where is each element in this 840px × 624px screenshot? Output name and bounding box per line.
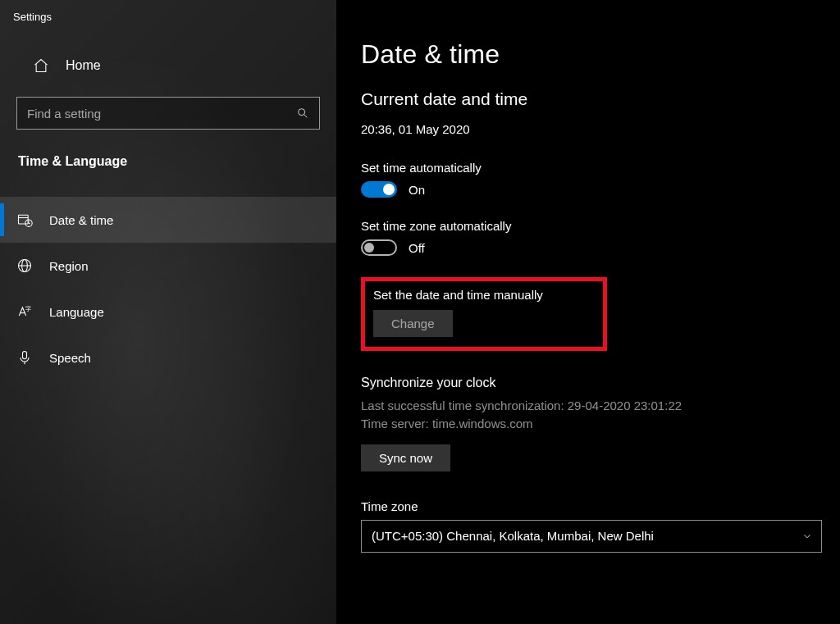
home-button[interactable]: Home: [0, 46, 336, 85]
svg-point-0: [299, 109, 305, 116]
sync-now-button[interactable]: Sync now: [361, 444, 450, 471]
nav-label: Region: [49, 259, 89, 273]
auto-time-toggle[interactable]: [361, 181, 397, 198]
nav-label: Date & time: [49, 213, 113, 227]
nav-item-date-time[interactable]: Date & time: [0, 197, 336, 243]
time-server-text: Time server: time.windows.com: [361, 415, 817, 433]
svg-rect-10: [23, 352, 27, 359]
chevron-down-icon: [801, 531, 813, 542]
home-label: Home: [66, 58, 101, 73]
search-icon: [296, 107, 309, 120]
home-icon: [33, 57, 49, 74]
language-icon: 字: [16, 303, 33, 320]
timezone-label: Time zone: [361, 499, 817, 513]
page-title: Date & time: [361, 39, 817, 70]
calendar-clock-icon: [16, 212, 33, 228]
search-input[interactable]: [16, 97, 320, 130]
globe-icon: [16, 257, 33, 274]
manual-label: Set the date and time manually: [373, 288, 595, 302]
auto-tz-toggle[interactable]: [361, 239, 397, 256]
search-field[interactable]: [27, 107, 296, 121]
auto-tz-state: Off: [409, 241, 425, 255]
last-sync-text: Last successful time synchronization: 29…: [361, 397, 817, 415]
svg-text:字: 字: [25, 306, 31, 312]
current-datetime: 20:36, 01 May 2020: [361, 122, 817, 136]
auto-time-label: Set time automatically: [361, 161, 817, 175]
microphone-icon: [16, 349, 33, 366]
svg-line-1: [304, 115, 308, 118]
nav: Date & time Region 字 Language Speech: [0, 197, 336, 380]
manual-datetime-highlight: Set the date and time manually Change: [361, 277, 607, 351]
content: Date & time Current date and time 20:36,…: [336, 0, 840, 624]
sidebar: Settings Home Time & Language Date & tim…: [0, 0, 336, 624]
nav-item-language[interactable]: 字 Language: [0, 289, 336, 335]
sync-heading: Synchronize your clock: [361, 376, 817, 390]
section-header: Time & Language: [0, 130, 336, 180]
nav-label: Language: [49, 305, 104, 319]
auto-tz-label: Set time zone automatically: [361, 219, 817, 233]
auto-time-state: On: [409, 183, 425, 197]
current-heading: Current date and time: [361, 89, 817, 109]
timezone-value: (UTC+05:30) Chennai, Kolkata, Mumbai, Ne…: [372, 529, 654, 543]
svg-rect-2: [19, 215, 29, 224]
change-button[interactable]: Change: [373, 310, 453, 337]
app-title: Settings: [0, 0, 336, 23]
nav-item-speech[interactable]: Speech: [0, 335, 336, 380]
nav-item-region[interactable]: Region: [0, 243, 336, 289]
nav-label: Speech: [49, 351, 91, 365]
timezone-select[interactable]: (UTC+05:30) Chennai, Kolkata, Mumbai, Ne…: [361, 520, 822, 553]
